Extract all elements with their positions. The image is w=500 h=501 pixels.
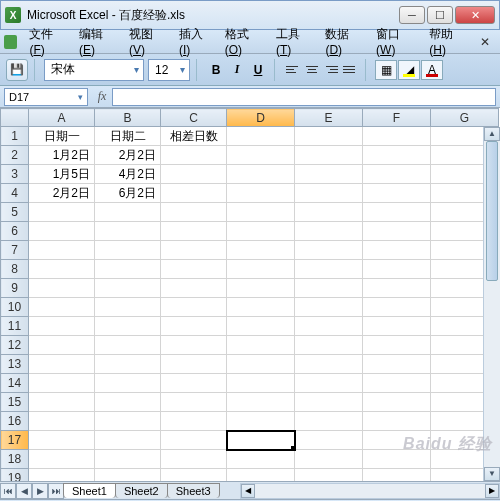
cell-E5[interactable] <box>295 203 363 222</box>
cell-C12[interactable] <box>161 336 227 355</box>
cell-D14[interactable] <box>227 374 295 393</box>
cell-D5[interactable] <box>227 203 295 222</box>
cell-A16[interactable] <box>29 412 95 431</box>
cell-F8[interactable] <box>363 260 431 279</box>
sheet-tab-sheet2[interactable]: Sheet2 <box>115 483 168 498</box>
cell-E16[interactable] <box>295 412 363 431</box>
cell-B14[interactable] <box>95 374 161 393</box>
cell-B9[interactable] <box>95 279 161 298</box>
cell-E8[interactable] <box>295 260 363 279</box>
cell-C8[interactable] <box>161 260 227 279</box>
horizontal-scrollbar[interactable]: ◀ ▶ <box>240 483 500 499</box>
cell-F6[interactable] <box>363 222 431 241</box>
tab-nav-first[interactable]: ⏮ <box>0 483 16 499</box>
cell-C9[interactable] <box>161 279 227 298</box>
cell-A1[interactable]: 日期一 <box>29 127 95 146</box>
cell-C18[interactable] <box>161 450 227 469</box>
menu-帮助h[interactable]: 帮助(H) <box>423 24 474 59</box>
scroll-down-button[interactable]: ▼ <box>484 467 500 481</box>
cell-C6[interactable] <box>161 222 227 241</box>
cell-F18[interactable] <box>363 450 431 469</box>
cell-F15[interactable] <box>363 393 431 412</box>
cell-F10[interactable] <box>363 298 431 317</box>
cell-E18[interactable] <box>295 450 363 469</box>
cell-A7[interactable] <box>29 241 95 260</box>
hscroll-right[interactable]: ▶ <box>485 484 499 498</box>
cell-C2[interactable] <box>161 146 227 165</box>
cell-B5[interactable] <box>95 203 161 222</box>
cell-F14[interactable] <box>363 374 431 393</box>
cell-A14[interactable] <box>29 374 95 393</box>
cell-D12[interactable] <box>227 336 295 355</box>
cell-D15[interactable] <box>227 393 295 412</box>
row-header-19[interactable]: 19 <box>1 469 29 482</box>
cell-F19[interactable] <box>363 469 431 482</box>
cell-D16[interactable] <box>227 412 295 431</box>
sheet-tab-sheet3[interactable]: Sheet3 <box>167 483 220 498</box>
font-color-button[interactable]: A <box>421 60 443 80</box>
cell-D9[interactable] <box>227 279 295 298</box>
font-size-select[interactable]: 12 <box>148 59 190 81</box>
hscroll-left[interactable]: ◀ <box>241 484 255 498</box>
cell-D11[interactable] <box>227 317 295 336</box>
cell-D13[interactable] <box>227 355 295 374</box>
cell-B8[interactable] <box>95 260 161 279</box>
fx-button[interactable]: fx <box>92 89 112 104</box>
menu-插入i[interactable]: 插入(I) <box>173 24 219 59</box>
cell-C5[interactable] <box>161 203 227 222</box>
row-header-16[interactable]: 16 <box>1 412 29 431</box>
cell-E1[interactable] <box>295 127 363 146</box>
cell-E9[interactable] <box>295 279 363 298</box>
cell-B16[interactable] <box>95 412 161 431</box>
cell-D1[interactable] <box>227 127 295 146</box>
cell-D19[interactable] <box>227 469 295 482</box>
cell-B18[interactable] <box>95 450 161 469</box>
align-center-button[interactable] <box>303 61 321 79</box>
row-header-12[interactable]: 12 <box>1 336 29 355</box>
name-box[interactable]: D17 <box>4 88 88 106</box>
scroll-thumb[interactable] <box>486 141 498 281</box>
cell-F5[interactable] <box>363 203 431 222</box>
cell-A17[interactable] <box>29 431 95 450</box>
menu-工具t[interactable]: 工具(T) <box>270 24 319 59</box>
row-header-6[interactable]: 6 <box>1 222 29 241</box>
cell-E15[interactable] <box>295 393 363 412</box>
cell-D18[interactable] <box>227 450 295 469</box>
cell-D6[interactable] <box>227 222 295 241</box>
col-header-A[interactable]: A <box>29 109 95 127</box>
cell-C3[interactable] <box>161 165 227 184</box>
row-header-9[interactable]: 9 <box>1 279 29 298</box>
cell-C10[interactable] <box>161 298 227 317</box>
cell-E10[interactable] <box>295 298 363 317</box>
cell-A2[interactable]: 1月2日 <box>29 146 95 165</box>
tab-nav-last[interactable]: ⏭ <box>48 483 64 499</box>
cell-A8[interactable] <box>29 260 95 279</box>
cell-E6[interactable] <box>295 222 363 241</box>
cell-F3[interactable] <box>363 165 431 184</box>
cell-F9[interactable] <box>363 279 431 298</box>
row-header-18[interactable]: 18 <box>1 450 29 469</box>
col-header-E[interactable]: E <box>295 109 363 127</box>
cell-B13[interactable] <box>95 355 161 374</box>
cell-D8[interactable] <box>227 260 295 279</box>
fill-color-button[interactable]: ◢ <box>398 60 420 80</box>
col-header-C[interactable]: C <box>161 109 227 127</box>
menu-数据d[interactable]: 数据(D) <box>319 24 370 59</box>
col-header-D[interactable]: D <box>227 109 295 127</box>
cell-C16[interactable] <box>161 412 227 431</box>
row-header-7[interactable]: 7 <box>1 241 29 260</box>
cell-E7[interactable] <box>295 241 363 260</box>
cell-A10[interactable] <box>29 298 95 317</box>
cell-F4[interactable] <box>363 184 431 203</box>
cell-F1[interactable] <box>363 127 431 146</box>
menu-窗口w[interactable]: 窗口(W) <box>370 24 423 59</box>
cell-B15[interactable] <box>95 393 161 412</box>
border-button[interactable]: ▦ <box>375 60 397 80</box>
cell-E12[interactable] <box>295 336 363 355</box>
row-header-1[interactable]: 1 <box>1 127 29 146</box>
cell-F2[interactable] <box>363 146 431 165</box>
bold-button[interactable]: B <box>206 60 226 80</box>
cell-D3[interactable] <box>227 165 295 184</box>
cell-A4[interactable]: 2月2日 <box>29 184 95 203</box>
minimize-button[interactable]: ─ <box>399 6 425 24</box>
